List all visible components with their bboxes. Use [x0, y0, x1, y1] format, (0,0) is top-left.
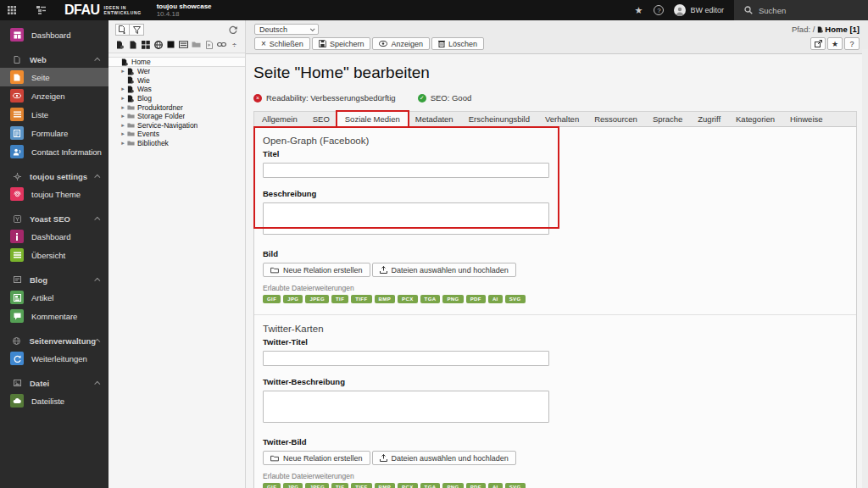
tree-item-wer[interactable]: ▸ Wer	[108, 67, 245, 76]
search-label: Suchen	[759, 6, 786, 15]
help-button[interactable]: ?	[648, 0, 669, 20]
expand-arrow[interactable]: ▸	[120, 113, 126, 119]
tree-item-storage-folder[interactable]: ▸ Storage Folder	[108, 112, 245, 121]
save-button[interactable]: Speichern	[312, 37, 371, 50]
sidebar-item-formulare[interactable]: Formulare	[0, 124, 108, 142]
readability-status-icon: ×	[253, 94, 262, 103]
sidebar-item-uebersicht[interactable]: Übersicht	[0, 246, 108, 264]
help-button[interactable]: ?	[844, 37, 860, 50]
sidebar-item-yoast-dashboard[interactable]: Dashboard	[0, 227, 108, 246]
form-icon	[10, 126, 24, 140]
og-title-input[interactable]	[263, 163, 549, 178]
close-button[interactable]: × Schließen	[254, 37, 310, 50]
filter-button[interactable]	[130, 24, 144, 36]
drag-folder-icon[interactable]	[192, 40, 201, 49]
language-select[interactable]: Deutsch	[254, 24, 319, 35]
delete-button[interactable]: Löschen	[431, 37, 484, 50]
upload-files-button[interactable]: Dateien auswählen und hochladen	[372, 451, 516, 465]
open-new-window-button[interactable]	[810, 37, 826, 50]
tab-zugriff[interactable]: Zugriff	[690, 112, 728, 126]
article-icon	[10, 291, 24, 304]
refresh-icon[interactable]	[226, 24, 240, 36]
file-ext-badge: TIFF	[351, 295, 371, 303]
tree-item-service-navigation[interactable]: ▸ Service-Navigation	[108, 121, 245, 130]
tree-item-home[interactable]: ▸ Home	[108, 57, 245, 67]
drag-mountpoint-icon[interactable]	[166, 40, 175, 49]
drag-page-plain-icon[interactable]	[128, 40, 137, 49]
tab-soziale-medien[interactable]: Soziale Medien	[337, 112, 408, 126]
tree-item-events[interactable]: ▸ Events	[108, 130, 245, 139]
tab-kategorien[interactable]: Kategorien	[728, 112, 782, 126]
eye-icon	[10, 89, 24, 103]
twitter-image-label: Twitter-Bild	[263, 437, 846, 446]
sidebar-section-toujou-settings[interactable]: toujou settings	[0, 168, 108, 185]
expand-arrow[interactable]: ▸	[120, 140, 126, 147]
page-tree: ▸ Home ▸ Wer ▸ Wie ▸ Was ▸ Blog ▸ Produk…	[108, 53, 245, 147]
drag-recordlist-icon[interactable]	[179, 40, 188, 49]
tree-item-was[interactable]: ▸ Was	[108, 85, 245, 94]
new-relation-button[interactable]: Neue Relation erstellen	[263, 451, 370, 465]
expand-arrow[interactable]: ▸	[120, 130, 126, 137]
twitter-description-textarea[interactable]	[263, 391, 549, 423]
sidebar-item-kommentare[interactable]: Kommentare	[0, 307, 108, 325]
sidebar-section-seitenverwaltung[interactable]: Seitenverwaltung	[0, 332, 108, 349]
expand-arrow[interactable]: ▸	[120, 86, 126, 92]
expand-arrow[interactable]: ▸	[120, 122, 126, 129]
sidebar-section-blog[interactable]: Blog	[0, 271, 108, 288]
expand-arrow[interactable]: ▸	[120, 104, 126, 111]
breadcrumb: Pfad: / Home [1]	[792, 25, 860, 34]
tab-seo[interactable]: SEO	[305, 112, 337, 126]
user-menu[interactable]: BW editor	[669, 0, 734, 20]
tree-item-wie[interactable]: ▸ Wie	[108, 76, 245, 86]
global-search[interactable]: Suchen	[734, 0, 868, 20]
sidebar-item-dateiliste[interactable]: Dateiliste	[0, 391, 108, 410]
sidebar-section-web[interactable]: Web	[0, 51, 108, 68]
sidebar-item-artikel[interactable]: Artikel	[0, 288, 108, 307]
file-ext-badge: GIF	[263, 483, 281, 488]
folder-icon	[126, 104, 135, 111]
pagetree-toggle-button[interactable]	[30, 0, 53, 20]
tab-allgemein[interactable]: Allgemein	[254, 112, 305, 126]
new-relation-button[interactable]: Neue Relation erstellen	[263, 263, 370, 277]
drag-shortcut-page-icon[interactable]	[204, 40, 214, 49]
drag-link-icon[interactable]	[217, 40, 226, 49]
chevron-up-icon	[94, 174, 100, 180]
sidebar-item-liste[interactable]: Liste	[0, 105, 108, 124]
drag-page-icon[interactable]	[115, 40, 125, 49]
sidebar-item-dashboard[interactable]: Dashboard	[0, 25, 108, 44]
sidebar-item-seite[interactable]: Seite	[0, 68, 108, 86]
bookmark-button[interactable]: ★	[827, 37, 843, 50]
sidebar-section-datei[interactable]: Datei	[0, 374, 108, 391]
sidebar-item-anzeigen[interactable]: Anzeigen	[0, 86, 108, 105]
expand-arrow[interactable]: ▸	[120, 68, 126, 75]
sidebar-section-label: Yoast SEO	[30, 214, 70, 224]
sidebar-section-yoast-seo[interactable]: Yoast SEO	[0, 210, 108, 227]
og-description-textarea[interactable]	[263, 202, 549, 235]
drag-globe-icon[interactable]	[153, 40, 163, 49]
tab-metadaten[interactable]: Metadaten	[408, 112, 461, 126]
bookmark-button[interactable]: ★	[628, 0, 648, 20]
tree-item-produktordner[interactable]: ▸ Produktordner	[108, 103, 245, 112]
tree-item-blog[interactable]: ▸ Blog	[108, 94, 245, 103]
content-scrollbar[interactable]	[862, 49, 868, 488]
drag-divider-icon[interactable]: ÷	[230, 40, 239, 49]
sidebar-item-toujou-theme[interactable]: toujou Theme	[0, 185, 108, 203]
drag-backend-layout-icon[interactable]	[141, 40, 150, 49]
status-badge: SEO: Good	[431, 93, 472, 103]
dashboard-icon	[10, 28, 24, 42]
tab-sprache[interactable]: Sprache	[645, 112, 690, 126]
page-icon	[126, 86, 135, 93]
sidebar-item-weiterleitungen[interactable]: Weiterleitungen	[0, 349, 108, 368]
upload-files-button[interactable]: Dateien auswählen und hochladen	[372, 263, 516, 277]
modules-toggle-button[interactable]	[0, 0, 23, 20]
new-page-button[interactable]	[115, 24, 130, 36]
sidebar-item-contact-information[interactable]: Contact Information	[0, 142, 108, 161]
twitter-title-input[interactable]	[263, 351, 549, 366]
tab-ressourcen[interactable]: Ressourcen	[587, 112, 645, 126]
tab-erscheinungsbild[interactable]: Erscheinungsbild	[461, 112, 537, 126]
tree-item-bibliothek[interactable]: ▸ Bibliothek	[108, 139, 245, 148]
tab-hinweise[interactable]: Hinweise	[782, 112, 831, 126]
view-button[interactable]: Anzeigen	[372, 37, 430, 50]
tab-verhalten[interactable]: Verhalten	[537, 112, 587, 126]
expand-arrow[interactable]: ▸	[120, 95, 126, 102]
